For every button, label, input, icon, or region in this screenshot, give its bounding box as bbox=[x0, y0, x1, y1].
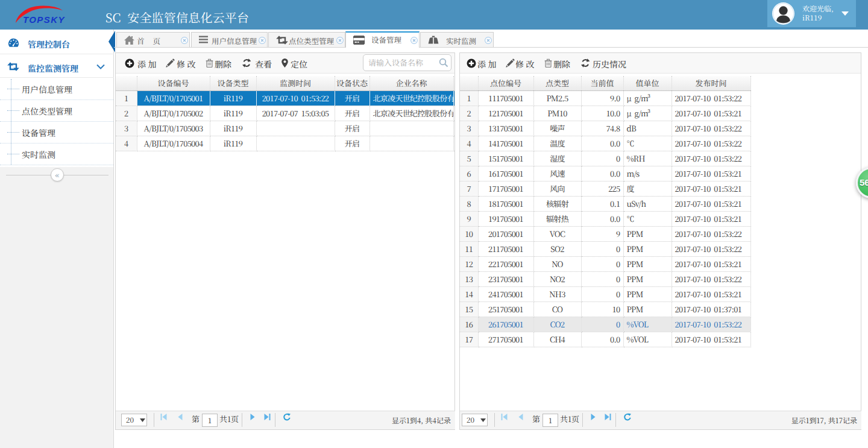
svg-text:TOPSKY: TOPSKY bbox=[23, 14, 65, 25]
